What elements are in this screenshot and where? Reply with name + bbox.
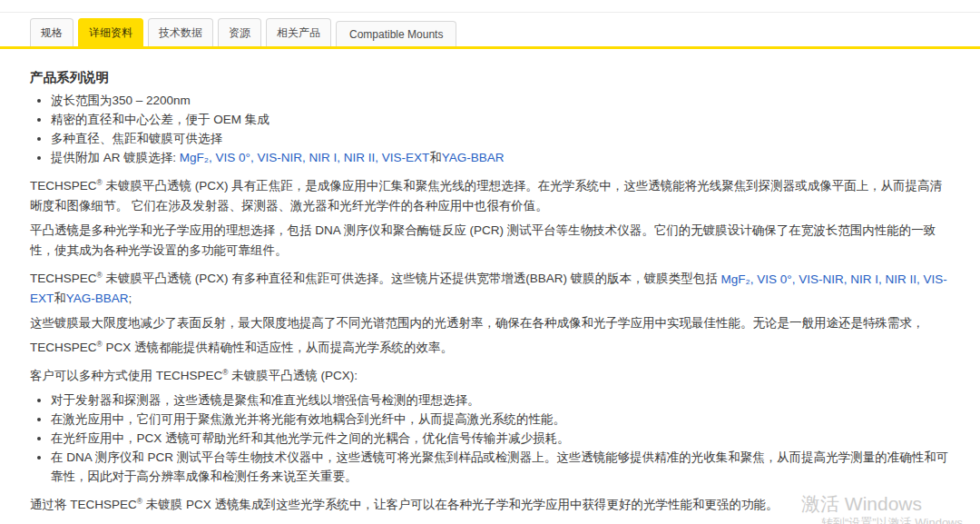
inline-link[interactable]: NIR II — [885, 272, 916, 285]
registered-mark: ® — [222, 368, 228, 377]
link-separator: , — [209, 151, 216, 164]
inline-link[interactable]: VIS-NIR — [799, 272, 844, 285]
inline-link[interactable]: VIS-NIR — [257, 151, 302, 164]
tab-bar: 规格 详细资料 技术数据 资源 相关产品 Compatible Mounts — [0, 0, 980, 49]
feature-item: 精密的直径和中心公差，便于 OEM 集成 — [51, 110, 951, 129]
link-separator: , — [302, 151, 309, 164]
section-title: 产品系列说明 — [30, 69, 951, 86]
text-run: 在光纤应用中，PCX 透镜可帮助光纤和其他光学元件之间的光耦合，优化信号传输并减… — [51, 431, 570, 445]
inline-link[interactable]: YAG-BBAR — [442, 151, 505, 164]
para-integration: 通过将 TECHSPEC® 未镀膜 PCX 透镜集成到这些光学系统中，让客户可以… — [30, 490, 951, 515]
tab-technical-data[interactable]: 技术数据 — [148, 18, 213, 46]
feature-list: 波长范围为350 – 2200nm 精密的直径和中心公差，便于 OEM 集成 多… — [30, 91, 951, 167]
inline-link[interactable]: VIS 0° — [216, 151, 250, 164]
inline-link[interactable]: NIR I — [850, 272, 878, 285]
registered-mark: ® — [97, 177, 103, 186]
para-overview: TECHSPEC® 未镀膜平凸透镜 (PCX) 具有正焦距，是成像应用中汇集和聚… — [30, 172, 951, 216]
text-run: 平凸透镜是多种光学和光子学应用的理想选择，包括 DNA 测序仪和聚合酶链反应 (… — [30, 223, 936, 257]
para-applications: 平凸透镜是多种光学和光子学应用的理想选择，包括 DNA 测序仪和聚合酶链反应 (… — [30, 221, 951, 261]
registered-mark: ® — [97, 271, 103, 280]
para-coating-options: TECHSPEC® 未镀膜平凸透镜 (PCX) 有多种直径和焦距可供选择。这些镜… — [30, 265, 951, 310]
feature-item: 波长范围为350 – 2200nm — [51, 91, 951, 110]
para-coating-benefits: 这些镀膜最大限度地减少了表面反射，最大限度地提高了不同光谱范围内的光透射率，确保… — [30, 313, 951, 358]
registered-mark: ® — [137, 496, 142, 505]
inline-link[interactable]: VIS-EXT — [382, 151, 430, 164]
text-run: 在激光应用中，它们可用于聚焦激光并将光能有效地耦合到光纤中，从而提高激光系统的性… — [51, 412, 565, 426]
text-run: 波长范围为350 – 2200nm — [51, 94, 191, 107]
text-run: 和 — [429, 151, 442, 164]
link-separator: , — [916, 272, 924, 285]
inline-link[interactable]: MgF₂ — [720, 272, 750, 285]
usage-item: 在光纤应用中，PCX 透镜可帮助光纤和其他光学元件之间的光耦合，优化信号传输并减… — [51, 429, 951, 448]
text-run: TECHSPEC® 未镀膜平凸透镜 (PCX) 有多种直径和焦距可供选择。这些镜… — [30, 272, 720, 285]
usage-item: 在 DNA 测序仪和 PCR 测试平台等生物技术仪器中，这些透镜可将光聚焦到样品… — [51, 448, 951, 486]
inline-link[interactable]: NIR I — [309, 151, 338, 164]
text-run: 客户可以多种方式使用 TECHSPEC® 未镀膜平凸透镜 (PCX): — [30, 369, 358, 382]
inline-link[interactable]: YAG-BBAR — [66, 292, 129, 305]
para-usage-intro: 客户可以多种方式使用 TECHSPEC® 未镀膜平凸透镜 (PCX): — [30, 362, 951, 387]
link-separator: , — [337, 151, 344, 164]
text-run: ; — [129, 292, 132, 305]
tab-resources[interactable]: 资源 — [218, 18, 261, 46]
text-run: 通过将 TECHSPEC® 未镀膜 PCX 透镜集成到这些光学系统中，让客户可以… — [30, 498, 778, 511]
feature-item: 多种直径、焦距和镀膜可供选择 — [51, 129, 951, 148]
para-materials: TECHSPEC® 未镀膜平凸透镜 (PCX) 有多种直径、焦距和光学材料可供选… — [30, 519, 951, 524]
text-run: 精密的直径和中心公差，便于 OEM 集成 — [51, 113, 270, 126]
feature-item-coating-options: 提供附加 AR 镀膜选择: MgF₂, VIS 0°, VIS-NIR, NIR… — [51, 148, 951, 167]
link-separator: , — [375, 151, 382, 164]
usage-list: 对于发射器和探测器，这些透镜是聚焦和准直光线以增强信号检测的理想选择。 在激光应… — [30, 391, 951, 486]
tab-related-products[interactable]: 相关产品 — [266, 18, 331, 46]
product-series-description-section: 产品系列说明 波长范围为350 – 2200nm 精密的直径和中心公差，便于 O… — [0, 49, 980, 524]
inline-link[interactable]: MgF₂ — [180, 151, 209, 164]
tab-compatible-mounts[interactable]: Compatible Mounts — [336, 21, 456, 46]
text-run: 这些镀膜最大限度地减少了表面反射，最大限度地提高了不同光谱范围内的光透射率，确保… — [30, 316, 925, 354]
tab-details[interactable]: 详细资料 — [78, 18, 143, 46]
text-run: 多种直径、焦距和镀膜可供选择 — [51, 132, 222, 145]
inline-link[interactable]: VIS 0° — [757, 272, 791, 285]
text-run: 对于发射器和探测器，这些透镜是聚焦和准直光线以增强信号检测的理想选择。 — [51, 393, 480, 407]
inline-link[interactable]: NIR II — [344, 151, 376, 164]
text-run: 提供附加 AR 镀膜选择: — [51, 151, 180, 164]
usage-item: 在激光应用中，它们可用于聚焦激光并将光能有效地耦合到光纤中，从而提高激光系统的性… — [51, 410, 951, 429]
text-run: 在 DNA 测序仪和 PCR 测试平台等生物技术仪器中，这些透镜可将光聚焦到样品… — [51, 450, 948, 483]
tab-specifications[interactable]: 规格 — [30, 18, 74, 46]
text-run: TECHSPEC® 未镀膜平凸透镜 (PCX) 具有正焦距，是成像应用中汇集和聚… — [30, 179, 942, 213]
text-run: 和 — [54, 292, 66, 305]
usage-item: 对于发射器和探测器，这些透镜是聚焦和准直光线以增强信号检测的理想选择。 — [51, 391, 951, 410]
registered-mark: ® — [97, 339, 103, 348]
top-divider — [0, 12, 980, 13]
